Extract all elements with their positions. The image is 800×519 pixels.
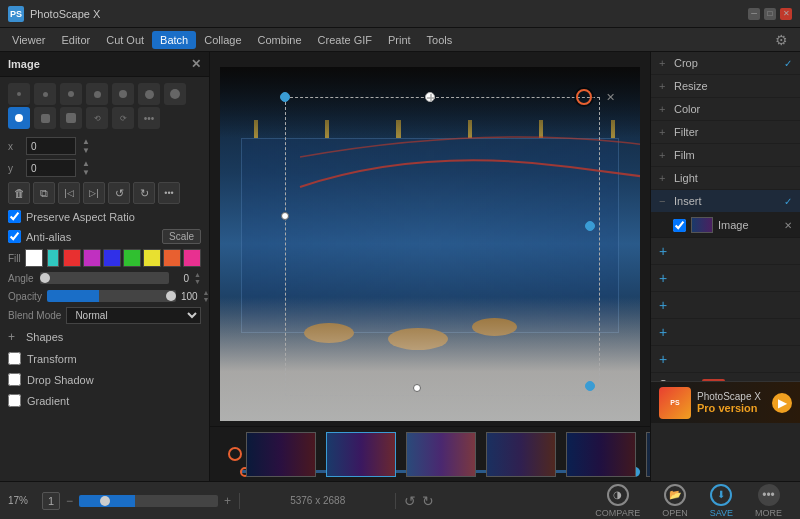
handle-top-left[interactable] [280, 92, 290, 102]
gear-icon[interactable]: ⚙ [767, 32, 796, 48]
brush-dot-6[interactable] [138, 83, 160, 105]
color-orange[interactable] [163, 249, 181, 267]
scale-button[interactable]: Scale [162, 229, 201, 244]
x-input[interactable] [26, 137, 76, 155]
save-action[interactable]: ⬇ SAVE [700, 482, 743, 520]
menu-creategif[interactable]: Create GIF [310, 31, 380, 49]
delete-tool[interactable]: 🗑 [8, 182, 30, 204]
right-add-2[interactable]: + [651, 265, 800, 292]
fill-swatch-white[interactable] [25, 249, 43, 267]
fill-swatch-teal[interactable] [47, 249, 59, 267]
gradient-checkbox[interactable] [8, 394, 21, 407]
brush-dot-13[interactable]: ••• [138, 107, 160, 129]
right-film[interactable]: + Film [651, 144, 800, 167]
preserve-aspect-checkbox[interactable] [8, 210, 21, 223]
menu-print[interactable]: Print [380, 31, 419, 49]
thumb-3[interactable] [406, 432, 476, 477]
x-arrows[interactable]: ▲▼ [82, 137, 90, 155]
color-magenta[interactable] [83, 249, 101, 267]
transform-section[interactable]: Transform [0, 348, 209, 369]
thumb-2[interactable] [326, 432, 396, 477]
align-right-tool[interactable]: ▷| [83, 182, 105, 204]
blend-mode-select[interactable]: Normal Multiply Screen Overlay [66, 307, 201, 324]
right-crop[interactable]: + Crop ✓ [651, 52, 800, 75]
right-add-5[interactable]: + [651, 346, 800, 373]
gradient-section[interactable]: Gradient [0, 390, 209, 411]
strip-handle-orange[interactable] [228, 447, 242, 461]
pro-badge-area[interactable]: PS PhotoScape X Pro version ▶ [651, 381, 800, 423]
right-add-4[interactable]: + [651, 319, 800, 346]
brush-dot-7[interactable] [164, 83, 186, 105]
y-input[interactable] [26, 159, 76, 177]
menu-cutout[interactable]: Cut Out [98, 31, 152, 49]
right-add-3[interactable]: + [651, 292, 800, 319]
brush-dot-1[interactable] [8, 83, 30, 105]
pro-arrow-icon[interactable]: ▶ [772, 393, 792, 413]
menu-batch[interactable]: Batch [152, 31, 196, 49]
angle-slider[interactable] [40, 272, 169, 284]
handle-top-center[interactable] [425, 92, 435, 102]
handle-top-right[interactable] [576, 89, 592, 105]
opacity-arrows[interactable]: ▲▼ [203, 289, 210, 303]
maximize-button[interactable]: □ [764, 8, 776, 20]
y-arrows[interactable]: ▲▼ [82, 159, 90, 177]
thumb-6[interactable] [646, 432, 650, 477]
rotate-cw-tool[interactable]: ↻ [133, 182, 155, 204]
rotate-left-icon[interactable]: ↺ [404, 493, 416, 509]
rotate-ccw-tool[interactable]: ↺ [108, 182, 130, 204]
insert-image-subitem[interactable]: Image ✕ [651, 213, 800, 238]
rotate-right-icon[interactable]: ↻ [422, 493, 434, 509]
transform-checkbox[interactable] [8, 352, 21, 365]
menu-combine[interactable]: Combine [250, 31, 310, 49]
dropshadow-section[interactable]: Drop Shadow [0, 369, 209, 390]
right-insert[interactable]: − Insert ✓ [651, 190, 800, 213]
opacity-slider[interactable] [47, 290, 176, 302]
compare-action[interactable]: ◑ COMPARE [585, 482, 650, 520]
menu-editor[interactable]: Editor [53, 31, 98, 49]
brush-dot-4[interactable] [86, 83, 108, 105]
right-filter[interactable]: + Filter [651, 121, 800, 144]
more-tool[interactable]: ••• [158, 182, 180, 204]
color-pink[interactable] [183, 249, 201, 267]
image-checkbox[interactable] [673, 219, 686, 232]
brush-dot-9[interactable] [34, 107, 56, 129]
anti-alias-checkbox[interactable] [8, 230, 21, 243]
menu-viewer[interactable]: Viewer [4, 31, 53, 49]
menu-collage[interactable]: Collage [196, 31, 249, 49]
panel-close-icon[interactable]: ✕ [191, 57, 201, 71]
handle-left-mid[interactable] [281, 212, 289, 220]
close-button[interactable]: ✕ [780, 8, 792, 20]
thumb-1[interactable] [246, 432, 316, 477]
brush-dot-5[interactable] [112, 83, 134, 105]
angle-arrows[interactable]: ▲▼ [194, 271, 201, 285]
brush-dot-3[interactable] [60, 83, 82, 105]
color-yellow[interactable] [143, 249, 161, 267]
shapes-section[interactable]: + Shapes [0, 326, 209, 348]
handle-close-icon[interactable]: ✕ [606, 91, 615, 104]
open-action[interactable]: 📂 OPEN [652, 482, 698, 520]
right-resize[interactable]: + Resize [651, 75, 800, 98]
handle-right-mid[interactable] [585, 221, 595, 231]
menu-tools[interactable]: Tools [419, 31, 461, 49]
zoom-slider[interactable] [79, 495, 218, 507]
zoom-minus-icon[interactable]: − [66, 494, 73, 508]
handle-bottom-mid[interactable] [413, 384, 421, 392]
dropshadow-checkbox[interactable] [8, 373, 21, 386]
right-add-1[interactable]: + [651, 238, 800, 265]
color-green[interactable] [123, 249, 141, 267]
thumb-5[interactable] [566, 432, 636, 477]
right-light[interactable]: + Light [651, 167, 800, 190]
brush-dot-12[interactable]: ⟳ [112, 107, 134, 129]
color-red[interactable] [63, 249, 81, 267]
handle-bottom-right[interactable] [585, 381, 595, 391]
color-blue[interactable] [103, 249, 121, 267]
brush-dot-2[interactable] [34, 83, 56, 105]
right-color[interactable]: + Color [651, 98, 800, 121]
align-left-tool[interactable]: |◁ [58, 182, 80, 204]
brush-dot-8[interactable] [8, 107, 30, 129]
duplicate-tool[interactable]: ⧉ [33, 182, 55, 204]
brush-dot-11[interactable]: ⟲ [86, 107, 108, 129]
brush-dot-10[interactable] [60, 107, 82, 129]
minimize-button[interactable]: ─ [748, 8, 760, 20]
image-remove-icon[interactable]: ✕ [784, 220, 792, 231]
